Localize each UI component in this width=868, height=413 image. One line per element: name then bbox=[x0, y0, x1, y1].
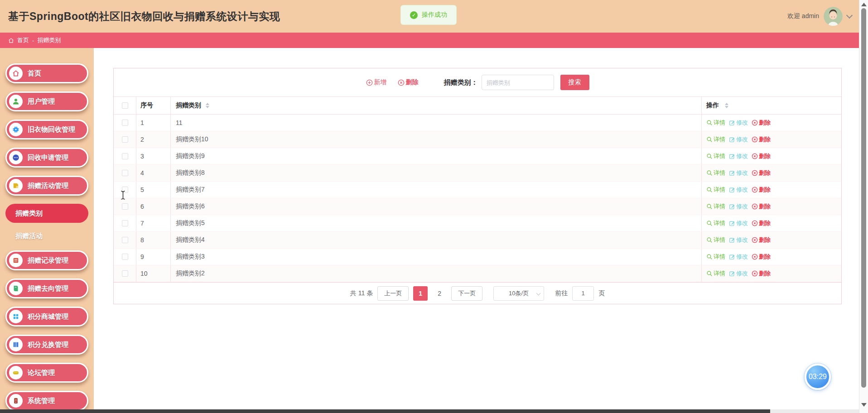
delete-row-button[interactable]: 删除 bbox=[752, 135, 771, 144]
row-checkbox[interactable] bbox=[122, 220, 128, 226]
sidebar-subitem-donation-category[interactable]: 捐赠类别 bbox=[5, 204, 88, 223]
magnifier-icon bbox=[706, 170, 713, 176]
edit-button[interactable]: 修改 bbox=[729, 219, 748, 227]
breadcrumb-home[interactable]: 首页 bbox=[17, 36, 29, 44]
avatar[interactable] bbox=[824, 7, 843, 26]
clock-widget[interactable]: 03:29 bbox=[805, 364, 831, 390]
scroll-down-icon[interactable] bbox=[861, 403, 867, 407]
x-circle-icon bbox=[752, 220, 758, 226]
main-content: 新增 删除 捐赠类别： 搜索 序号 捐赠类别 操作 bbox=[94, 48, 859, 409]
x-circle-icon bbox=[752, 136, 758, 143]
edit-icon bbox=[729, 270, 735, 277]
row-category: 捐赠类别8 bbox=[176, 169, 205, 177]
add-button[interactable]: 新增 bbox=[366, 78, 387, 86]
sidebar-item-donation-activity-management[interactable]: 捐赠活动管理 bbox=[5, 176, 88, 196]
horizontal-scrollbar-thumb[interactable] bbox=[0, 409, 770, 413]
donation-box-icon bbox=[12, 182, 20, 190]
sidebar-item-system-management[interactable]: 系统管理 bbox=[5, 391, 88, 409]
page-size-select[interactable]: 10条/页 bbox=[493, 286, 544, 301]
column-header-index: 序号 bbox=[140, 101, 153, 110]
delete-row-button[interactable]: 删除 bbox=[752, 219, 771, 227]
detail-button[interactable]: 详情 bbox=[706, 119, 725, 127]
magnifier-icon bbox=[706, 136, 713, 143]
page-button-1[interactable]: 1 bbox=[413, 286, 428, 301]
row-checkbox[interactable] bbox=[122, 170, 128, 176]
detail-button[interactable]: 详情 bbox=[706, 152, 725, 160]
edit-button[interactable]: 修改 bbox=[729, 269, 748, 278]
edit-button[interactable]: 修改 bbox=[729, 253, 748, 261]
edit-button[interactable]: 修改 bbox=[729, 152, 748, 160]
user-menu[interactable]: 欢迎 admin bbox=[787, 0, 852, 33]
detail-button[interactable]: 详情 bbox=[706, 236, 725, 244]
vertical-scrollbar[interactable] bbox=[859, 0, 868, 413]
delete-row-button[interactable]: 删除 bbox=[752, 186, 771, 194]
detail-button[interactable]: 详情 bbox=[706, 186, 725, 194]
edit-icon bbox=[729, 220, 735, 226]
detail-button[interactable]: 详情 bbox=[706, 202, 725, 211]
edit-button[interactable]: 修改 bbox=[729, 169, 748, 177]
select-all-checkbox[interactable] bbox=[122, 102, 128, 109]
page-button-2[interactable]: 2 bbox=[432, 286, 447, 301]
table-row: 10 捐赠类别2 详情 修改 删除 bbox=[114, 265, 841, 282]
magnifier-icon bbox=[706, 153, 713, 159]
sidebar-item-label: 系统管理 bbox=[28, 397, 55, 405]
detail-button[interactable]: 详情 bbox=[706, 219, 725, 227]
next-page-button[interactable]: 下一页 bbox=[451, 286, 482, 301]
delete-row-button[interactable]: 删除 bbox=[752, 202, 771, 211]
sidebar-item-home[interactable]: 首页 bbox=[5, 63, 88, 83]
delete-row-button[interactable]: 删除 bbox=[752, 119, 771, 127]
row-checkbox[interactable] bbox=[122, 120, 128, 126]
detail-button[interactable]: 详情 bbox=[706, 253, 725, 261]
prev-page-button[interactable]: 上一页 bbox=[377, 286, 409, 301]
vertical-scrollbar-thumb[interactable] bbox=[861, 8, 866, 388]
row-checkbox[interactable] bbox=[122, 254, 128, 260]
row-category: 捐赠类别5 bbox=[176, 219, 205, 227]
row-checkbox[interactable] bbox=[122, 136, 128, 143]
horizontal-scrollbar[interactable] bbox=[0, 409, 859, 413]
edit-button[interactable]: 修改 bbox=[729, 236, 748, 244]
sidebar-item-label: 旧衣物回收管理 bbox=[28, 125, 75, 134]
sort-icon[interactable] bbox=[206, 103, 209, 108]
delete-row-button[interactable]: 删除 bbox=[752, 269, 771, 278]
delete-button[interactable]: 删除 bbox=[398, 78, 419, 86]
delete-row-button[interactable]: 删除 bbox=[752, 236, 771, 244]
edit-button[interactable]: 修改 bbox=[729, 119, 748, 127]
edit-button[interactable]: 修改 bbox=[729, 202, 748, 211]
sidebar-item-clothes-recycle-management[interactable]: 旧衣物回收管理 bbox=[5, 120, 88, 139]
search-button[interactable]: 搜索 bbox=[560, 75, 589, 90]
sidebar-item-donation-record-management[interactable]: 捐赠记录管理 bbox=[5, 250, 88, 270]
delete-row-button[interactable]: 删除 bbox=[752, 253, 771, 261]
detail-button[interactable]: 详情 bbox=[706, 169, 725, 177]
magnifier-icon bbox=[706, 254, 713, 260]
chevron-down-icon bbox=[846, 12, 853, 18]
sidebar-item-label: 捐赠记录管理 bbox=[28, 256, 68, 265]
sidebar-item-points-exchange-management[interactable]: 积分兑换管理 bbox=[5, 335, 88, 355]
table-row: 2 捐赠类别10 详情 修改 删除 bbox=[114, 131, 841, 148]
row-checkbox[interactable] bbox=[122, 237, 128, 243]
delete-row-button[interactable]: 删除 bbox=[752, 169, 771, 177]
sidebar-item-points-mall-management[interactable]: 积分商城管理 bbox=[5, 307, 88, 327]
magnifier-icon bbox=[706, 237, 713, 243]
sidebar-item-recycle-apply-management[interactable]: 回收申请管理 bbox=[5, 148, 88, 168]
sidebar-item-donation-destination-management[interactable]: 捐赠去向管理 bbox=[5, 279, 88, 298]
goto-page-input[interactable] bbox=[572, 286, 594, 301]
row-checkbox[interactable] bbox=[122, 153, 128, 159]
edit-button[interactable]: 修改 bbox=[729, 186, 748, 194]
sidebar-item-user-management[interactable]: 用户管理 bbox=[5, 91, 88, 111]
sidebar-item-forum-management[interactable]: 论坛管理 bbox=[5, 363, 88, 383]
search-input[interactable] bbox=[482, 75, 554, 90]
row-checkbox[interactable] bbox=[122, 203, 128, 210]
row-category: 捐赠类别9 bbox=[176, 152, 205, 160]
delete-row-button[interactable]: 删除 bbox=[752, 152, 771, 160]
detail-button[interactable]: 详情 bbox=[706, 269, 725, 278]
archive-icon bbox=[12, 256, 20, 264]
sort-icon[interactable] bbox=[725, 103, 728, 108]
scroll-up-icon[interactable] bbox=[861, 3, 867, 6]
row-checkbox[interactable] bbox=[122, 270, 128, 277]
pagination: 共 11 条 上一页 1 2 下一页 10条/页 前往 页 bbox=[114, 282, 841, 304]
detail-button[interactable]: 详情 bbox=[706, 135, 725, 144]
edit-button[interactable]: 修改 bbox=[729, 135, 748, 144]
edit-icon bbox=[729, 120, 735, 126]
sidebar-subitem-donation-activity[interactable]: 捐赠活动 bbox=[5, 232, 88, 240]
sidebar-item-label: 捐赠去向管理 bbox=[28, 284, 68, 293]
